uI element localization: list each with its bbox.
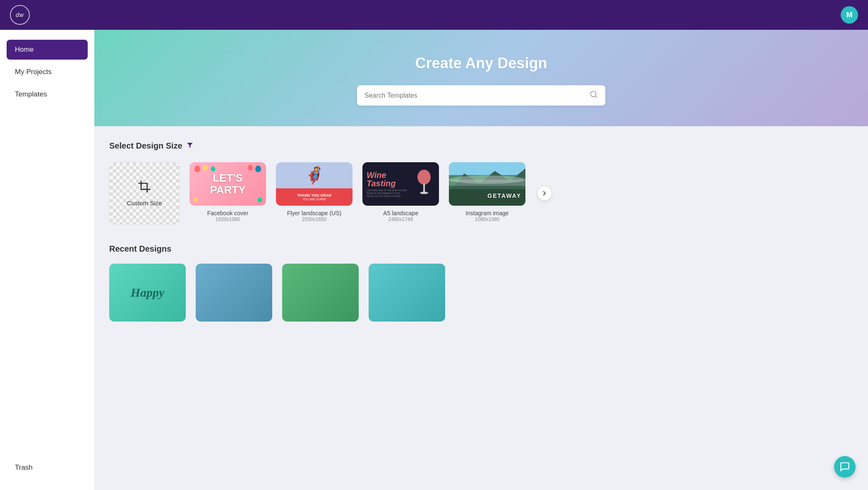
a5-preview: Wine Tasting LOCATION HERE OF THE WINE T…: [362, 162, 439, 206]
flyer-card-name: Flyer landscape (US): [287, 210, 342, 216]
svg-point-5: [420, 192, 428, 194]
chat-bubble-button[interactable]: [834, 456, 856, 478]
design-sizes-row: Custom Size: [109, 162, 853, 224]
custom-size-preview: Custom Size: [109, 162, 180, 224]
flyer-preview: 🦸 THANK YOU GRAN YOU ARE SUPER: [276, 162, 352, 206]
app-body: Home My Projects Templates Trash Create …: [0, 30, 868, 490]
user-avatar[interactable]: M: [841, 6, 858, 24]
facebook-card-dim: 1920x1080: [216, 216, 240, 222]
design-card-flyer[interactable]: 🦸 THANK YOU GRAN YOU ARE SUPER Flyer lan…: [276, 162, 352, 222]
facebook-card-name: Facebook cover: [207, 210, 249, 216]
facebook-preview: LET'SPARTY: [189, 162, 266, 206]
recent-designs-row: Happy: [109, 264, 853, 322]
sidebar-bottom: Trash: [7, 458, 88, 480]
sidebar: Home My Projects Templates Trash: [0, 30, 94, 490]
svg-rect-4: [423, 184, 425, 193]
a5-card-name: A5 landscape: [383, 210, 418, 216]
recent-design-card-1[interactable]: Happy: [109, 264, 186, 322]
instagram-card-dim: 1080x1080: [475, 216, 499, 222]
design-card-facebook[interactable]: LET'SPARTY Facebook cover 1920x1080: [189, 162, 266, 222]
search-bar: [357, 85, 605, 106]
a5-card-dim: 2480x1748: [388, 216, 413, 222]
filter-icon[interactable]: [187, 142, 193, 150]
sidebar-item-home[interactable]: Home: [7, 40, 88, 60]
design-size-title: Select Design Size: [109, 141, 182, 151]
app-logo[interactable]: dw: [10, 5, 30, 25]
search-icon: [590, 90, 598, 101]
design-card-instagram[interactable]: GETAWAY Instagram image 1080x1080: [449, 162, 525, 222]
sidebar-item-trash[interactable]: Trash: [7, 458, 88, 478]
sidebar-item-my-projects[interactable]: My Projects: [7, 62, 88, 82]
svg-marker-2: [187, 143, 192, 148]
recent-designs-title: Recent Designs: [109, 244, 853, 254]
recent-design-card-4[interactable]: [369, 264, 445, 322]
custom-size-icon: [138, 180, 151, 196]
recent-designs-section: Recent Designs Happy: [109, 244, 853, 322]
custom-size-label: Custom Size: [127, 199, 162, 207]
sidebar-item-templates[interactable]: Templates: [7, 84, 88, 104]
hero-title: Create Any Design: [111, 55, 851, 72]
instagram-preview: GETAWAY: [449, 162, 525, 206]
design-card-a5[interactable]: Wine Tasting LOCATION HERE OF THE WINE T…: [362, 162, 439, 222]
scroll-right-button[interactable]: [537, 186, 552, 201]
svg-point-3: [417, 170, 431, 185]
recent-design-card-3[interactable]: [282, 264, 359, 322]
app-header: dw M: [0, 0, 868, 30]
design-size-section-header: Select Design Size: [109, 141, 853, 151]
svg-line-1: [595, 96, 597, 98]
instagram-card-name: Instagram image: [465, 210, 508, 216]
flyer-card-dim: 2550x1650: [302, 216, 326, 222]
recent-design-card-2[interactable]: [196, 264, 272, 322]
design-card-custom[interactable]: Custom Size: [109, 162, 180, 224]
search-input[interactable]: [364, 92, 590, 99]
hero-banner: Create Any Design: [94, 30, 868, 126]
main-content: Create Any Design Select Design Size: [94, 30, 868, 490]
content-area: Select Design Size: [94, 126, 868, 338]
